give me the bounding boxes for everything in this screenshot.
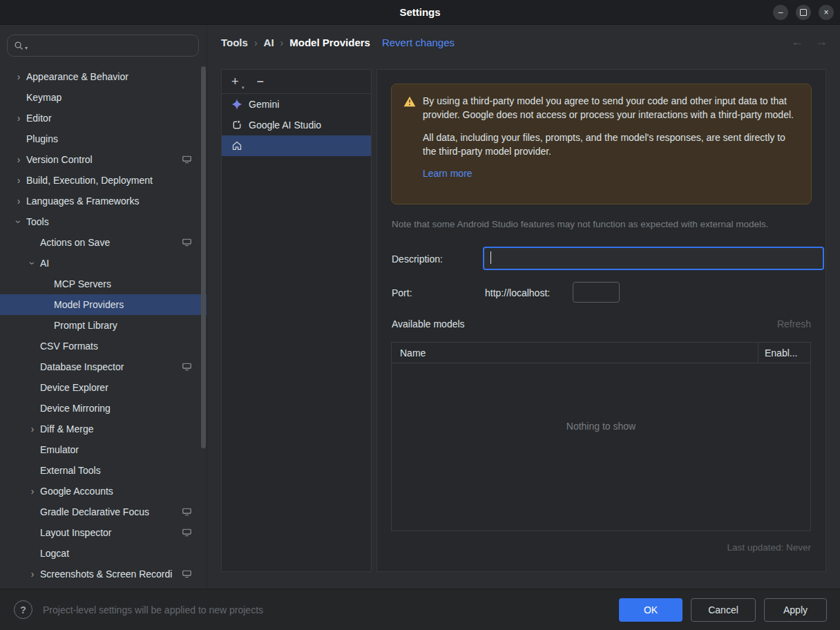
chevron-right-icon[interactable]: ›: [11, 72, 26, 82]
add-provider-button[interactable]: + ▾: [231, 75, 239, 88]
sidebar-item-tools[interactable]: ›Tools: [0, 211, 207, 232]
sidebar-item-plugins[interactable]: Plugins: [0, 128, 207, 149]
sidebar-item-screenshots-screen-recordi[interactable]: ›Screenshots & Screen Recordi: [0, 564, 207, 584]
warning-icon: [403, 96, 416, 107]
sidebar-item-label: Gradle Declarative Focus: [40, 506, 149, 517]
chevron-down-icon[interactable]: ›: [14, 214, 23, 229]
provider-item-new[interactable]: [222, 135, 371, 156]
search-icon: [14, 41, 24, 51]
sidebar-item-ai[interactable]: ›AI: [0, 253, 207, 274]
provider-item-google-ai-studio[interactable]: Google AI Studio: [222, 115, 371, 135]
minimize-button[interactable]: –: [773, 5, 788, 20]
ok-button[interactable]: OK: [619, 598, 682, 622]
search-box[interactable]: ▾: [7, 35, 199, 57]
chevron-right-icon[interactable]: ›: [25, 424, 40, 434]
sidebar-item-emulator[interactable]: Emulator: [0, 439, 207, 460]
sidebar-item-editor[interactable]: ›Editor: [0, 108, 207, 128]
sidebar-item-label: Languages & Frameworks: [26, 195, 139, 207]
settings-sidebar: ▾ ›Appearance & BehaviorKeymap›EditorPlu…: [0, 25, 207, 589]
sidebar-scrollbar[interactable]: [201, 66, 206, 448]
description-input[interactable]: [483, 247, 824, 270]
available-models-label: Available models: [392, 318, 465, 330]
breadcrumb-separator: ›: [254, 37, 258, 48]
sidebar-item-device-mirroring[interactable]: Device Mirroring: [0, 398, 207, 419]
sidebar-item-languages-frameworks[interactable]: ›Languages & Frameworks: [0, 191, 207, 211]
sidebar-item-gradle-declarative-focus[interactable]: Gradle Declarative Focus: [0, 502, 207, 522]
remove-provider-button[interactable]: −: [257, 75, 265, 88]
sidebar-item-external-tools[interactable]: External Tools: [0, 460, 207, 481]
breadcrumb-item-ai[interactable]: AI: [264, 37, 274, 48]
sidebar-item-label: Emulator: [40, 444, 79, 455]
project-screen-icon: [182, 156, 191, 164]
google-ai-studio-icon: [231, 120, 242, 131]
warning-banner: By using a third-party model you agree t…: [391, 84, 812, 204]
chevron-right-icon[interactable]: ›: [11, 155, 26, 164]
sidebar-item-layout-inspector[interactable]: Layout Inspector: [0, 522, 207, 543]
warning-paragraph-1: By using a third-party model you agree t…: [423, 95, 799, 122]
sidebar-item-version-control[interactable]: ›Version Control: [0, 149, 207, 170]
project-screen-icon: [182, 571, 191, 578]
maximize-button[interactable]: [796, 5, 811, 20]
window-controls: – ×: [773, 5, 834, 20]
sidebar-item-database-inspector[interactable]: Database Inspector: [0, 356, 207, 377]
close-button[interactable]: ×: [819, 5, 834, 20]
column-header-name[interactable]: Name: [392, 347, 758, 359]
home-icon: [231, 140, 242, 151]
learn-more-link[interactable]: Learn more: [423, 168, 472, 179]
chevron-right-icon[interactable]: ›: [11, 113, 26, 123]
sidebar-item-keymap[interactable]: Keymap: [0, 87, 207, 108]
models-table: Name Enabl... Nothing to show: [391, 342, 811, 531]
breadcrumb-item-model-providers[interactable]: Model Providers: [289, 37, 370, 48]
sidebar-item-appearance-behavior[interactable]: ›Appearance & Behavior: [0, 66, 207, 87]
sidebar-item-prompt-library[interactable]: Prompt Library: [0, 315, 207, 336]
search-input[interactable]: [28, 35, 198, 57]
sidebar-item-mcp-servers[interactable]: MCP Servers: [0, 274, 207, 294]
sidebar-item-diff-merge[interactable]: ›Diff & Merge: [0, 419, 207, 439]
refresh-button[interactable]: Refresh: [777, 318, 811, 330]
project-screen-icon: [182, 529, 191, 537]
breadcrumb-item-tools[interactable]: Tools: [221, 37, 248, 48]
add-icon: +: [231, 75, 239, 88]
apply-button[interactable]: Apply: [764, 598, 827, 622]
models-table-empty: Nothing to show: [392, 363, 810, 531]
settings-content: Tools›AI›Model ProvidersRevert changes ←…: [207, 25, 840, 589]
footer: ? Project-level settings will be applied…: [0, 589, 840, 630]
sidebar-item-logcat[interactable]: Logcat: [0, 543, 207, 564]
sidebar-item-label: CSV Formats: [40, 341, 98, 352]
sidebar-item-device-explorer[interactable]: Device Explorer: [0, 377, 207, 398]
project-screen-icon: [182, 239, 191, 247]
revert-changes-link[interactable]: Revert changes: [382, 37, 455, 48]
help-button[interactable]: ?: [14, 600, 32, 619]
sidebar-item-model-providers[interactable]: Model Providers: [0, 294, 207, 315]
sidebar-item-label: Diff & Merge: [40, 423, 94, 435]
sidebar-item-label: Appearance & Behavior: [26, 71, 128, 82]
back-arrow-icon[interactable]: ←: [791, 35, 803, 49]
sidebar-item-google-accounts[interactable]: ›Google Accounts: [0, 481, 207, 502]
titlebar: Settings – ×: [0, 0, 840, 25]
port-prefix: http://localhost:: [485, 283, 550, 303]
chevron-down-icon[interactable]: ›: [28, 256, 37, 271]
forward-arrow-icon[interactable]: →: [815, 35, 828, 49]
column-header-enabled[interactable]: Enabl...: [758, 343, 810, 363]
cancel-button[interactable]: Cancel: [691, 598, 756, 622]
sidebar-item-label: Version Control: [26, 154, 93, 165]
maximize-icon: [800, 9, 807, 16]
port-input[interactable]: [573, 282, 620, 303]
sidebar-item-label: Editor: [26, 113, 52, 124]
footer-note: Project-level settings will be applied t…: [43, 589, 263, 630]
sidebar-item-label: Screenshots & Screen Recordi: [40, 569, 172, 580]
chevron-right-icon[interactable]: ›: [11, 175, 26, 185]
project-screen-icon: [182, 363, 191, 371]
add-caret-icon: ▾: [242, 85, 245, 90]
breadcrumb-separator: ›: [280, 37, 284, 48]
sidebar-item-actions-on-save[interactable]: Actions on Save: [0, 232, 207, 253]
provider-list-panel: + ▾ − GeminiGoogle AI Studio: [221, 69, 372, 572]
sidebar-item-build-execution-deployment[interactable]: ›Build, Execution, Deployment: [0, 170, 207, 191]
provider-item-gemini[interactable]: Gemini: [222, 94, 371, 115]
chevron-right-icon[interactable]: ›: [25, 486, 40, 496]
sidebar-item-csv-formats[interactable]: CSV Formats: [0, 336, 207, 356]
breadcrumb: Tools›AI›Model ProvidersRevert changes: [221, 37, 455, 48]
chevron-right-icon[interactable]: ›: [11, 196, 26, 206]
remove-icon: −: [257, 75, 265, 88]
chevron-right-icon[interactable]: ›: [25, 569, 40, 579]
